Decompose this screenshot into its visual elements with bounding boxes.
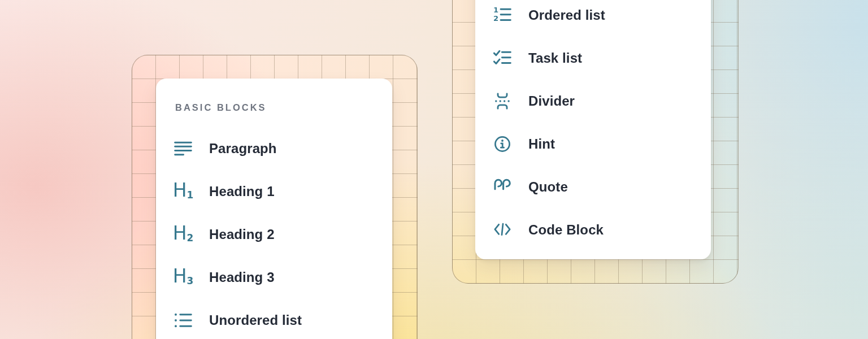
menu-item-unordered-list[interactable]: Unordered list: [174, 299, 374, 339]
section-label-basic-blocks: BASIC BLOCKS: [175, 101, 374, 114]
unordered-list-icon: [174, 311, 192, 329]
menu-item-quote[interactable]: Quote: [493, 166, 693, 208]
menu-item-label: Divider: [528, 93, 575, 109]
heading-3-icon: H3: [174, 268, 192, 286]
menu-item-label: Quote: [528, 179, 568, 195]
editor-blocks-illustration: BASIC BLOCKS Paragraph H1 Heading 1 H2: [0, 0, 868, 339]
task-list-icon: [493, 49, 511, 67]
menu-item-label: Heading 2: [209, 227, 275, 242]
divider-icon: [493, 92, 511, 110]
menu-item-divider[interactable]: Divider: [493, 80, 693, 123]
menu-item-heading-1[interactable]: H1 Heading 1: [174, 170, 374, 213]
menu-item-paragraph[interactable]: Paragraph: [174, 127, 374, 170]
menu-item-label: Unordered list: [209, 312, 302, 328]
basic-blocks-menu: BASIC BLOCKS Paragraph H1 Heading 1 H2: [156, 79, 392, 339]
menu-item-heading-3[interactable]: H3 Heading 3: [174, 256, 374, 299]
heading-1-icon: H1: [174, 182, 192, 201]
menu-item-label: Heading 1: [209, 184, 275, 199]
hint-icon: [493, 135, 511, 153]
menu-item-label: Heading 3: [209, 270, 275, 285]
menu-item-label: Hint: [528, 136, 555, 152]
blocks-menu-continued: 1 2 Ordered list Task list: [475, 0, 711, 259]
menu-item-label: Ordered list: [528, 7, 605, 23]
menu-item-heading-2[interactable]: H2 Heading 2: [174, 213, 374, 256]
menu-item-label: Code Block: [528, 222, 604, 238]
menu-item-hint[interactable]: Hint: [493, 123, 693, 166]
menu-item-task-list[interactable]: Task list: [493, 37, 693, 80]
code-block-icon: [493, 221, 511, 239]
svg-text:2: 2: [493, 14, 498, 23]
quote-icon: [493, 178, 511, 196]
ordered-list-icon: 1 2: [493, 6, 511, 24]
heading-2-icon: H2: [174, 225, 192, 244]
menu-item-ordered-list[interactable]: 1 2 Ordered list: [493, 0, 693, 37]
paragraph-icon: [174, 140, 192, 158]
menu-item-label: Paragraph: [209, 141, 277, 157]
svg-text:1: 1: [493, 6, 498, 14]
menu-item-code-block[interactable]: Code Block: [493, 208, 693, 251]
menu-item-label: Task list: [528, 50, 582, 66]
